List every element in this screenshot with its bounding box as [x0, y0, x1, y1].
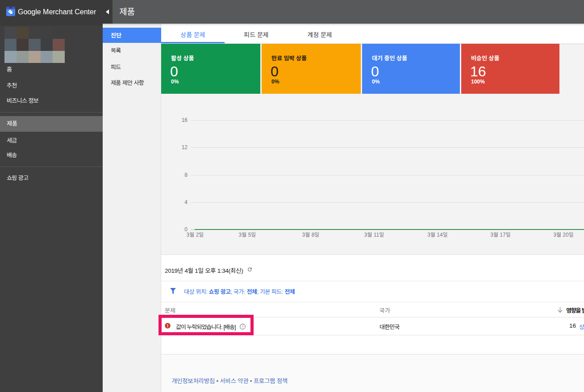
svg-text:?: ? [242, 325, 244, 329]
